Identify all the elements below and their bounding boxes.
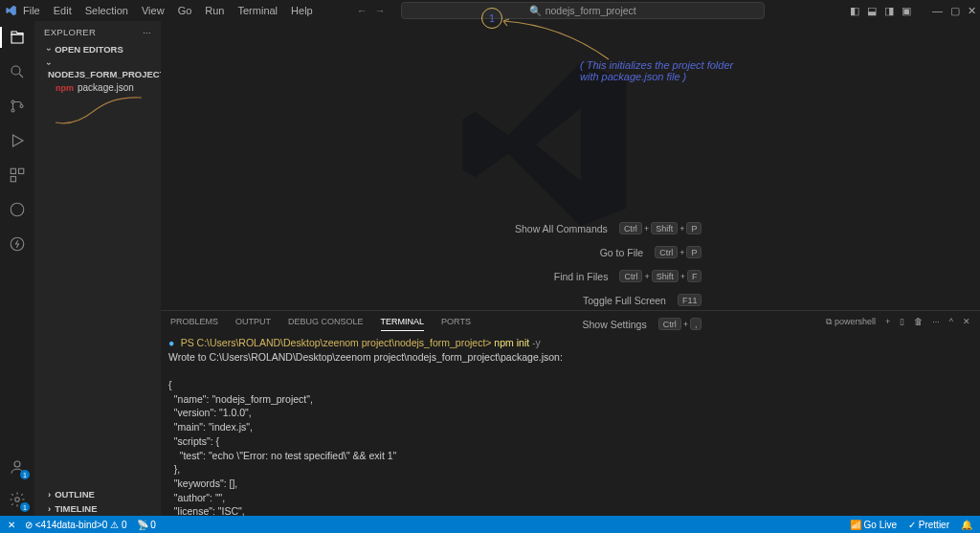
shortcut-label: Show Settings (583, 319, 647, 330)
run-debug-icon[interactable] (7, 130, 28, 151)
sidebar: EXPLORER ··· OPEN EDITORS NODEJS_FORM_PR… (34, 21, 161, 516)
thunder-icon[interactable] (7, 233, 28, 255)
close-icon[interactable]: ✕ (968, 5, 976, 17)
title-bar: File Edit Selection View Go Run Terminal… (0, 0, 980, 21)
command-center-text: nodejs_form_project (546, 5, 636, 16)
terminal-content[interactable]: ● PS C:\Users\ROLAND\Desktop\zeenom proj… (161, 332, 980, 516)
svg-point-1 (11, 100, 14, 103)
editor-area: Show All CommandsCtrl+Shift+P Go to File… (161, 21, 980, 516)
svg-point-7 (11, 203, 24, 216)
menu-selection[interactable]: Selection (79, 3, 134, 18)
timeline-section[interactable]: TIMELINE (34, 501, 161, 516)
tab-terminal[interactable]: TERMINAL (381, 313, 425, 331)
svg-point-3 (20, 105, 23, 108)
vscode-watermark-icon (454, 54, 635, 235)
go-live-button[interactable]: 📶 Go Live (850, 520, 897, 530)
menu-bar: File Edit Selection View Go Run Terminal… (17, 3, 319, 18)
svg-point-2 (11, 109, 14, 112)
panel-maximize-icon[interactable]: ^ (949, 317, 953, 326)
project-section[interactable]: NODEJS_FORM_PROJECT (34, 56, 161, 81)
svg-point-10 (15, 498, 20, 502)
menu-run[interactable]: Run (199, 3, 230, 18)
layout-right-icon[interactable]: ◨ (884, 5, 894, 17)
command-center[interactable]: 🔍 nodejs_form_project (401, 2, 765, 19)
menu-go[interactable]: Go (172, 3, 198, 18)
maximize-icon[interactable]: ▢ (950, 5, 960, 17)
prettier-status[interactable]: ✓ Prettier (908, 520, 949, 530)
status-errors[interactable]: ⊘ <414data-bind>0 ⚠ 0 (25, 520, 127, 530)
open-editors-section[interactable]: OPEN EDITORS (34, 42, 161, 56)
tree-file-label: package.json (78, 82, 134, 93)
source-control-icon[interactable] (7, 96, 28, 117)
minimize-icon[interactable]: — (932, 5, 943, 17)
activity-bar (0, 21, 34, 516)
nav-back-icon[interactable]: ← (357, 5, 368, 16)
menu-file[interactable]: File (17, 3, 46, 18)
menu-view[interactable]: View (136, 3, 170, 18)
status-ports[interactable]: 📡 0 (137, 520, 156, 530)
svg-rect-6 (11, 177, 15, 182)
sidebar-title: EXPLORER (44, 27, 96, 37)
split-terminal-icon[interactable]: ▯ (900, 317, 904, 326)
layout-full-icon[interactable]: ▣ (902, 5, 911, 17)
panel-close-icon[interactable]: ✕ (963, 317, 970, 326)
tree-file-package-json[interactable]: npm package.json (34, 81, 161, 94)
panel-more-icon[interactable]: ··· (932, 317, 940, 326)
terminal-shell-label[interactable]: ⧉ powershell (826, 317, 876, 327)
notifications-icon[interactable]: 🔔 (961, 520, 972, 530)
sidebar-more-icon[interactable]: ··· (143, 27, 151, 37)
svg-point-0 (11, 66, 20, 75)
menu-edit[interactable]: Edit (48, 3, 78, 18)
decorative-curve (56, 96, 142, 134)
search-activity-icon[interactable] (7, 61, 28, 82)
remote-indicator[interactable]: ✕ (8, 520, 15, 530)
welcome-shortcuts: Show All CommandsCtrl+Shift+P Go to File… (515, 222, 702, 330)
settings-icon[interactable] (7, 489, 28, 510)
menu-terminal[interactable]: Terminal (233, 3, 284, 18)
layout-bottom-icon[interactable]: ⬓ (867, 5, 877, 17)
vscode-icon (4, 4, 17, 17)
shortcut-label: Find in Files (554, 271, 609, 282)
extensions-icon[interactable] (7, 165, 28, 186)
github-icon[interactable] (7, 199, 28, 220)
shortcut-label: Show All Commands (515, 223, 608, 234)
accounts-icon[interactable] (7, 456, 28, 477)
status-bar: ✕ ⊘ <414data-bind>0 ⚠ 0 📡 0 📶 Go Live ✓ … (0, 516, 980, 533)
svg-rect-5 (19, 168, 24, 173)
bottom-panel: PROBLEMS OUTPUT DEBUG CONSOLE TERMINAL P… (161, 310, 980, 516)
tab-problems[interactable]: PROBLEMS (170, 313, 218, 330)
tab-debug-console[interactable]: DEBUG CONSOLE (288, 313, 364, 330)
kill-terminal-icon[interactable]: 🗑 (914, 317, 923, 326)
svg-point-9 (14, 461, 20, 467)
tab-ports[interactable]: PORTS (441, 313, 471, 330)
nav-forward-icon[interactable]: → (375, 5, 386, 16)
search-icon: 🔍 (529, 5, 542, 17)
new-terminal-icon[interactable]: + (885, 317, 890, 326)
svg-rect-4 (11, 168, 15, 173)
shortcut-label: Toggle Full Screen (583, 295, 666, 306)
explorer-icon[interactable] (7, 27, 28, 48)
layout-left-icon[interactable]: ◧ (850, 5, 859, 17)
outline-section[interactable]: OUTLINE (34, 487, 161, 501)
shortcut-label: Go to File (600, 247, 644, 258)
menu-help[interactable]: Help (285, 3, 319, 18)
npm-icon: npm (56, 83, 74, 93)
tab-output[interactable]: OUTPUT (235, 313, 271, 330)
